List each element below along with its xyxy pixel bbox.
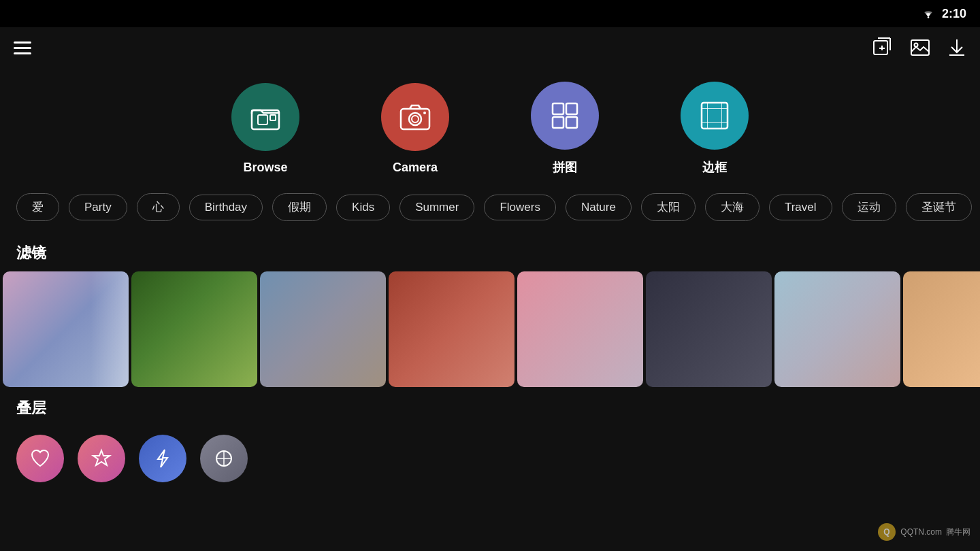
svg-text:Q: Q xyxy=(884,527,890,537)
feature-row: Browse Camera 拼图 xyxy=(0,68,980,182)
filter-photo-3[interactable] xyxy=(260,271,386,387)
feature-camera[interactable]: Camera xyxy=(381,83,449,175)
overlay-item-2[interactable] xyxy=(78,435,125,482)
svg-rect-23 xyxy=(702,108,728,109)
svg-point-0 xyxy=(928,16,930,18)
puzzle-icon xyxy=(548,99,582,133)
tag-6[interactable]: Summer xyxy=(399,195,474,220)
time-display: 2:10 xyxy=(942,7,966,21)
svg-rect-6 xyxy=(911,40,929,55)
svg-point-15 xyxy=(412,116,419,122)
tag-1[interactable]: Party xyxy=(69,195,127,220)
top-bar xyxy=(0,27,980,68)
frame-icon xyxy=(698,99,732,133)
watermark-text2: 腾牛网 xyxy=(946,527,970,538)
frame-circle xyxy=(681,82,749,150)
feature-puzzle[interactable]: 拼图 xyxy=(531,82,599,176)
tag-4[interactable]: 假期 xyxy=(272,193,327,221)
wifi-icon xyxy=(921,8,935,19)
download-icon[interactable] xyxy=(947,37,966,59)
tag-9[interactable]: 太阳 xyxy=(641,193,696,221)
filters-section-title: 滤镜 xyxy=(0,232,980,271)
filter-photo-8[interactable] xyxy=(903,271,980,387)
new-project-icon[interactable] xyxy=(871,37,893,59)
frame-label: 边框 xyxy=(702,159,727,176)
svg-rect-12 xyxy=(270,115,276,120)
browse-label: Browse xyxy=(243,161,287,175)
svg-point-14 xyxy=(409,113,421,125)
svg-rect-22 xyxy=(707,103,708,129)
svg-rect-24 xyxy=(721,103,722,129)
tag-7[interactable]: Flowers xyxy=(484,195,556,220)
browse-circle xyxy=(231,83,299,151)
filter-photo-4[interactable] xyxy=(389,271,514,387)
tags-row: 爱 Party 心 Birthday 假期 Kids Summer Flower… xyxy=(0,182,980,232)
tag-8[interactable]: Nature xyxy=(566,195,632,220)
feature-frame[interactable]: 边框 xyxy=(681,82,749,176)
feature-browse[interactable]: Browse xyxy=(231,83,299,175)
puzzle-label: 拼图 xyxy=(553,159,577,176)
overlay-item-3[interactable] xyxy=(139,435,186,482)
svg-rect-11 xyxy=(258,115,267,124)
tag-3[interactable]: Birthday xyxy=(189,195,263,220)
overlay-item-4[interactable] xyxy=(200,435,248,482)
svg-rect-20 xyxy=(566,117,577,128)
filter-photo-5[interactable] xyxy=(517,271,643,387)
star-icon xyxy=(90,447,113,470)
overlays-section-title: 叠层 xyxy=(0,387,980,427)
overlays-row xyxy=(0,427,980,490)
filter-photo-1[interactable] xyxy=(3,271,129,387)
camera-circle xyxy=(381,83,449,151)
tag-13[interactable]: 圣诞节 xyxy=(906,193,972,221)
filter-photo-6[interactable] xyxy=(646,271,772,387)
tag-2[interactable]: 心 xyxy=(137,193,180,221)
svg-rect-19 xyxy=(553,117,564,128)
svg-rect-17 xyxy=(553,103,564,114)
filter-photo-2[interactable] xyxy=(131,271,257,387)
tag-12[interactable]: 运动 xyxy=(842,193,896,221)
svg-point-16 xyxy=(423,112,426,114)
watermark-text: QQTN.com xyxy=(900,527,942,537)
toolbar-right xyxy=(871,37,966,59)
tag-5[interactable]: Kids xyxy=(336,195,390,220)
folder-icon xyxy=(248,100,282,134)
tag-10[interactable]: 大海 xyxy=(705,193,760,221)
filters-photo-row xyxy=(0,271,980,387)
heart-icon xyxy=(29,447,52,470)
menu-button[interactable] xyxy=(14,41,31,54)
tag-0[interactable]: 爱 xyxy=(16,193,59,221)
watermark-logo: Q xyxy=(877,522,896,541)
gallery-icon[interactable] xyxy=(909,37,931,59)
lightning-icon xyxy=(151,447,174,470)
status-bar: 2:10 xyxy=(0,0,980,27)
camera-label: Camera xyxy=(393,161,438,175)
svg-rect-18 xyxy=(566,103,577,114)
svg-rect-25 xyxy=(702,122,728,123)
watermark: Q QQTN.com 腾牛网 xyxy=(877,522,970,541)
circle-icon xyxy=(212,447,235,470)
filter-photo-7[interactable] xyxy=(774,271,900,387)
puzzle-circle xyxy=(531,82,599,150)
svg-rect-21 xyxy=(702,103,728,129)
tag-11[interactable]: Travel xyxy=(769,195,832,220)
overlay-item-1[interactable] xyxy=(16,435,64,482)
camera-icon xyxy=(397,99,433,135)
